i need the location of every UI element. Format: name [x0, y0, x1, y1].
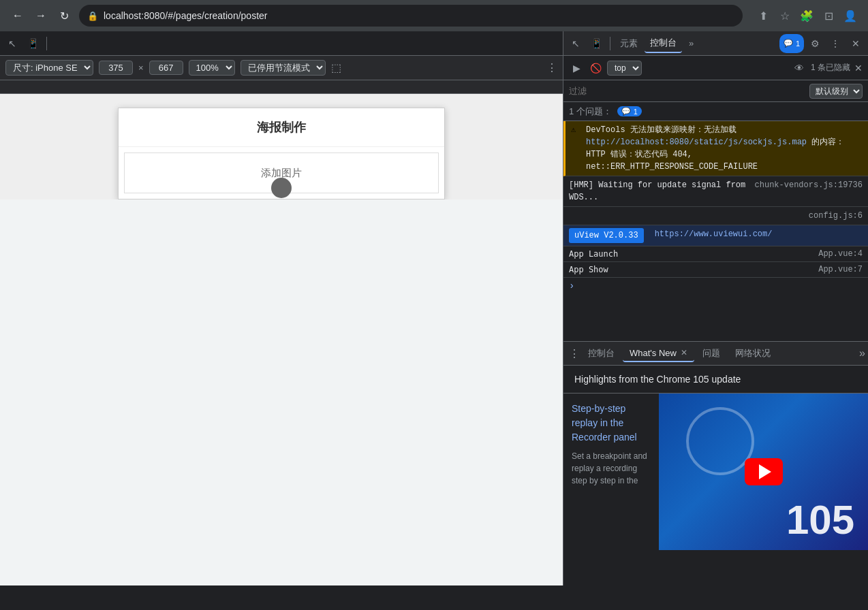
back-button[interactable]: ←: [8, 6, 27, 25]
more-tabs-icon[interactable]: ⋮: [569, 347, 580, 360]
whatsnew-panel: Highlights from the Chrome 105 update St…: [563, 366, 868, 585]
bottom-more-icon[interactable]: »: [859, 347, 865, 359]
config-source[interactable]: config.js:6: [809, 210, 863, 222]
hmr-message: [HMR] Waiting for update signal from WDS…: [563, 176, 868, 207]
lock-icon: 🔒: [87, 11, 98, 21]
dt-divider: [610, 37, 610, 50]
filter-input[interactable]: [569, 86, 804, 96]
whatsnew-video[interactable]: 105: [659, 394, 868, 550]
expand-chevron[interactable]: ›: [563, 278, 868, 294]
filter-bar: 默认级别: [563, 80, 868, 102]
context-select[interactable]: top: [607, 61, 642, 76]
device-select[interactable]: 尺寸: iPhone SE: [5, 60, 93, 76]
tab-elements[interactable]: 元素: [615, 35, 643, 52]
tab-bottom-whatsnew[interactable]: What's New ✕: [623, 345, 694, 362]
devtools-header-tabs: ↖ 📱 元素 控制台 » 💬 1 ⚙ ⋮ ✕: [563, 31, 868, 56]
nav-buttons: ← → ↻: [8, 6, 74, 25]
reload-button[interactable]: ↻: [55, 6, 74, 25]
dt-inspect-btn[interactable]: ↖: [566, 34, 585, 53]
warning-text: DevTools 无法加载来源映射：无法加载 http://localhost:…: [586, 124, 863, 173]
mobile-body: 添加图片: [119, 147, 444, 199]
mobile-frame: 海报制作 添加图片: [118, 108, 445, 199]
config-message: config.js:6: [563, 207, 868, 225]
rotate-icon[interactable]: ⬚: [331, 61, 341, 74]
bookmark-button[interactable]: ☆: [775, 6, 794, 25]
browser-actions: ⬆ ☆ 🧩 ⊡ 👤: [754, 6, 860, 25]
dimension-separator: ×: [138, 63, 144, 73]
app-show-source[interactable]: App.vue:7: [818, 265, 863, 274]
bottom-whatsnew-label: What's New: [630, 348, 677, 358]
drag-handle[interactable]: [271, 178, 292, 198]
customize-button[interactable]: ⋮: [826, 34, 845, 53]
tab-bottom-network[interactable]: 网络状况: [728, 344, 777, 362]
article-title[interactable]: Step-by-step replay in the Recorder pane…: [572, 402, 651, 445]
whatsnew-close-icon[interactable]: ✕: [681, 348, 687, 357]
throttle-select[interactable]: 已停用节流模式: [241, 60, 326, 76]
console-messages: ⚠ DevTools 无法加载来源映射：无法加载 http://localhos…: [563, 121, 868, 341]
forward-button[interactable]: →: [31, 6, 50, 25]
eye-button[interactable]: 👁: [792, 61, 807, 76]
notification-icon: 💬: [784, 39, 793, 48]
browser-viewport: ↖ 📱 尺寸: iPhone SE × 100% 已停用节流模式 ⬚ ⋮: [0, 31, 563, 585]
dimension-bar: 尺寸: iPhone SE × 100% 已停用节流模式 ⬚ ⋮: [0, 56, 563, 80]
issues-badge[interactable]: 💬 1: [617, 106, 642, 116]
whatsnew-header: Highlights from the Chrome 105 update: [563, 366, 868, 394]
issues-label: 1 个问题：: [569, 106, 612, 118]
dt-device-btn[interactable]: 📱: [587, 34, 606, 53]
close-hidden-icon[interactable]: ✕: [854, 63, 863, 74]
toolbar-divider: [46, 37, 47, 50]
issues-count: 1: [634, 108, 638, 116]
issues-bar: 1 个问题： 💬 1: [563, 102, 868, 121]
bottom-console-label: 控制台: [588, 347, 615, 359]
whatsnew-article: Step-by-step replay in the Recorder pane…: [563, 394, 659, 550]
console-top-toolbar: ▶ 🚫 top 👁 1 条已隐藏 ✕: [563, 56, 868, 80]
warning-text-before: DevTools 无法加载来源映射：无法加载: [586, 125, 737, 135]
app-launch-source[interactable]: App.vue:4: [818, 249, 863, 259]
tab-bottom-issues[interactable]: 问题: [696, 344, 727, 362]
main-area: ↖ 📱 尺寸: iPhone SE × 100% 已停用节流模式 ⬚ ⋮: [0, 31, 868, 585]
width-input[interactable]: [99, 61, 133, 75]
extension-button[interactable]: 🧩: [797, 6, 816, 25]
video-thumbnail: 105: [659, 394, 868, 550]
device-toggle-button[interactable]: 📱: [23, 34, 42, 53]
tab-more[interactable]: »: [683, 35, 699, 51]
more-options-icon[interactable]: ⋮: [546, 61, 557, 74]
play-triangle-icon: [759, 464, 771, 479]
browser-chrome: ← → ↻ 🔒 localhost:8080/#/pages/creation/…: [0, 0, 868, 31]
tab-bottom-console[interactable]: 控制台: [581, 344, 621, 362]
height-input[interactable]: [149, 61, 183, 75]
settings-button[interactable]: ⚙: [805, 34, 824, 53]
app-show-msg: App Show App.vue:7: [563, 262, 868, 278]
devtools-panel: ↖ 📱 元素 控制台 » 💬 1 ⚙ ⋮ ✕ ▶ 🚫 top 👁: [563, 31, 868, 585]
article-description: Set a breakpoint and replay a recording …: [572, 450, 651, 487]
dt-header-actions: 💬 1 ⚙ ⋮ ✕: [779, 34, 865, 53]
app-show-text: App Show: [569, 265, 608, 274]
hmr-source[interactable]: chunk-vendors.js:19736: [755, 179, 863, 191]
profile-button[interactable]: 👤: [841, 6, 860, 25]
issues-icon: 💬: [621, 107, 631, 116]
split-button[interactable]: ⊡: [819, 6, 838, 25]
page-content: 海报制作 添加图片: [0, 94, 563, 199]
clear-console-button[interactable]: ▶: [569, 61, 584, 76]
tab-console[interactable]: 控制台: [645, 34, 682, 53]
close-devtools-button[interactable]: ✕: [846, 34, 865, 53]
video-play-button[interactable]: [745, 458, 783, 485]
inspect-element-button[interactable]: ↖: [3, 34, 22, 53]
block-button[interactable]: 🚫: [588, 61, 603, 76]
warning-icon: ⚠: [571, 124, 580, 136]
ruler-area: [0, 80, 563, 94]
log-level-select[interactable]: 默认级别: [809, 84, 863, 99]
uview-link[interactable]: https://www.uviewui.com/: [655, 228, 773, 240]
hmr-text: [HMR] Waiting for update signal from WDS…: [569, 179, 749, 204]
warning-message: ⚠ DevTools 无法加载来源映射：无法加载 http://localhos…: [563, 121, 868, 176]
url-text: localhost:8080/#/pages/creation/poster: [104, 10, 268, 21]
share-button[interactable]: ⬆: [754, 6, 773, 25]
video-number: 105: [786, 496, 854, 543]
address-bar[interactable]: 🔒 localhost:8080/#/pages/creation/poster: [79, 5, 743, 27]
app-launch-msg: App Launch App.vue:4: [563, 246, 868, 262]
page-title: 海报制作: [119, 108, 444, 147]
uview-badge: uView V2.0.33: [569, 228, 644, 243]
zoom-select[interactable]: 100%: [189, 60, 235, 76]
warning-link[interactable]: http://localhost:8080/static/js/sockjs.j…: [586, 138, 807, 147]
add-image-area[interactable]: 添加图片: [124, 152, 439, 193]
